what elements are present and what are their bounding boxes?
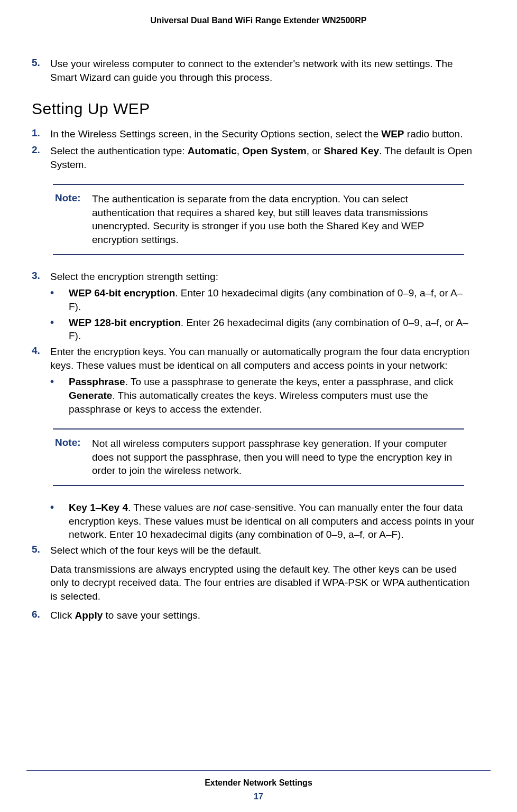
term-wep128: WEP 128-bit encryption (69, 317, 181, 328)
text: Select which of the four keys will be th… (50, 544, 475, 557)
page-footer: Extender Network Settings 17 (0, 770, 517, 801)
note-label: Note: (55, 192, 92, 247)
step-text: Select the authentication type: Automati… (50, 144, 475, 171)
step-number: 1. (32, 127, 50, 141)
note-box-2: Note: Not all wireless computers support… (53, 428, 464, 486)
footer-section-name: Extender Network Settings (0, 778, 517, 788)
text: . These values are (128, 502, 213, 513)
bullet-keys: • Key 1–Key 4. These values are not case… (50, 501, 475, 542)
wep-step-3: 3. Select the encryption strength settin… (32, 270, 475, 284)
text: , or (307, 145, 324, 156)
bullet-text: WEP 128-bit encryption. Enter 26 hexadec… (69, 316, 475, 343)
page-header-title: Universal Dual Band WiFi Range Extender … (26, 16, 491, 25)
bullet-icon: • (50, 501, 69, 542)
text: Click (50, 610, 75, 621)
wep-step-6: 6. Click Apply to save your settings. (32, 609, 475, 622)
step-number: 5. (32, 57, 50, 84)
text: . This automatically creates the keys. W… (69, 390, 428, 415)
text: In the Wireless Settings screen, in the … (50, 128, 381, 139)
term-passphrase: Passphrase (69, 376, 125, 387)
note-inner: Note: Not all wireless computers support… (55, 437, 454, 478)
note-text: The authentication is separate from the … (92, 192, 454, 247)
wep-step-1: 1. In the Wireless Settings screen, in t… (32, 127, 475, 141)
step-text: Select which of the four keys will be th… (50, 544, 475, 605)
term-shared-key: Shared Key (324, 145, 379, 156)
text-after: Data transmissions are always encrypted … (50, 563, 475, 603)
step-5-top: 5. Use your wireless computer to connect… (32, 57, 475, 84)
step-number: 6. (32, 609, 50, 622)
step-number: 5. (32, 544, 50, 605)
term-automatic: Automatic (188, 145, 237, 156)
term-key4: Key 4 (101, 502, 128, 513)
bullet-icon: • (50, 316, 69, 343)
step-number: 4. (32, 345, 50, 372)
bullet-text: WEP 64-bit encryption. Enter 10 hexadeci… (69, 286, 475, 313)
note-box-1: Note: The authentication is separate fro… (53, 184, 464, 255)
text: . To use a passphrase to generate the ke… (125, 376, 454, 387)
term-wep: WEP (381, 128, 404, 139)
text: , (237, 145, 243, 156)
step-text: Select the encryption strength setting: (50, 270, 475, 284)
step-text: Click Apply to save your settings. (50, 609, 475, 622)
step-text: Enter the encryption keys. You can manua… (50, 345, 475, 372)
footer-page-number: 17 (0, 792, 517, 801)
term-open-system: Open System (242, 145, 306, 156)
text: – (96, 502, 101, 513)
step-number: 3. (32, 270, 50, 284)
bullet-icon: • (50, 375, 69, 416)
term-not: not (213, 502, 227, 513)
bullet-text: Passphrase. To use a passphrase to gener… (69, 375, 475, 416)
text: to save your settings. (103, 610, 200, 621)
step-number: 2. (32, 144, 50, 171)
step-text: Use your wireless computer to connect to… (50, 57, 475, 84)
main-content: 5. Use your wireless computer to connect… (26, 57, 491, 622)
bullet-passphrase: • Passphrase. To use a passphrase to gen… (50, 375, 475, 416)
bullet-wep128: • WEP 128-bit encryption. Enter 26 hexad… (50, 316, 475, 343)
term-generate: Generate (69, 390, 112, 401)
wep-step-4: 4. Enter the encryption keys. You can ma… (32, 345, 475, 372)
term-key1: Key 1 (69, 502, 96, 513)
footer-rule (26, 770, 491, 771)
term-apply: Apply (75, 610, 103, 621)
note-label: Note: (55, 437, 92, 478)
bullet-text: Key 1–Key 4. These values are not case-s… (69, 501, 475, 542)
wep-step-2: 2. Select the authentication type: Autom… (32, 144, 475, 171)
section-heading-wep: Setting Up WEP (32, 100, 475, 118)
note-inner: Note: The authentication is separate fro… (55, 192, 454, 247)
text: Select the authentication type: (50, 145, 188, 156)
bullet-wep64: • WEP 64-bit encryption. Enter 10 hexade… (50, 286, 475, 313)
bullet-icon: • (50, 286, 69, 313)
text: radio button. (404, 128, 463, 139)
document-page: Universal Dual Band WiFi Range Extender … (0, 0, 517, 812)
note-text: Not all wireless computers support passp… (92, 437, 454, 478)
term-wep64: WEP 64-bit encryption (69, 287, 175, 298)
step-text: In the Wireless Settings screen, in the … (50, 127, 475, 141)
wep-step-5: 5. Select which of the four keys will be… (32, 544, 475, 605)
